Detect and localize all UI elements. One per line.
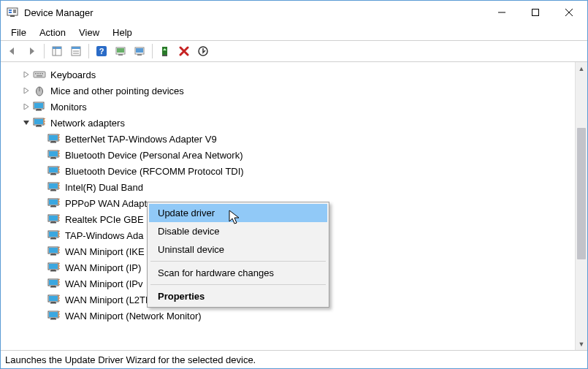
- menu-view[interactable]: View: [73, 26, 105, 39]
- uninstall-button[interactable]: [175, 42, 193, 60]
- svg-rect-20: [118, 54, 123, 56]
- svg-rect-85: [50, 303, 56, 304]
- category-network-adapters[interactable]: Network adapters: [8, 115, 587, 131]
- status-text: Launches the Update Driver Wizard for th…: [5, 354, 256, 365]
- svg-rect-49: [50, 158, 56, 159]
- maximize-button[interactable]: [519, 1, 552, 23]
- svg-rect-36: [37, 109, 41, 110]
- svg-rect-88: [51, 318, 56, 319]
- device-label: Intel(R) Dual Band: [65, 182, 143, 193]
- svg-rect-24: [162, 47, 167, 55]
- ctx-uninstall-device[interactable]: Uninstall device: [149, 240, 327, 259]
- svg-rect-31: [37, 75, 42, 77]
- category-label: Monitors: [50, 102, 87, 113]
- device-item[interactable]: Bluetooth Device (RFCOMM Protocol TDI): [8, 163, 587, 179]
- ctx-properties[interactable]: Properties: [149, 287, 327, 305]
- svg-rect-30: [42, 73, 43, 75]
- chevron-down-icon[interactable]: [21, 118, 31, 128]
- chevron-right-icon[interactable]: [21, 102, 31, 112]
- network-adapter-icon: [47, 148, 61, 161]
- svg-rect-68: [51, 237, 56, 238]
- scroll-thumb[interactable]: [577, 128, 586, 259]
- svg-rect-40: [37, 125, 41, 126]
- network-adapter-icon: [47, 229, 61, 242]
- minimize-button[interactable]: [485, 1, 519, 23]
- scan-hardware-button[interactable]: [112, 42, 129, 60]
- vertical-scrollbar[interactable]: ▲ ▼: [575, 62, 587, 350]
- svg-rect-47: [49, 151, 58, 156]
- show-hide-actions-button[interactable]: [67, 42, 85, 60]
- device-item[interactable]: WAN Miniport (Network Monitor): [8, 308, 587, 324]
- svg-rect-6: [532, 9, 539, 16]
- toolbar: ?: [1, 40, 587, 62]
- svg-rect-72: [51, 254, 56, 254]
- category-label: Keyboards: [50, 69, 96, 80]
- help-button[interactable]: ?: [93, 42, 110, 60]
- network-adapter-icon: [47, 245, 61, 258]
- ctx-update-driver[interactable]: Update driver: [149, 204, 327, 222]
- svg-rect-60: [51, 205, 56, 206]
- device-label: WAN Miniport (L2TP): [65, 294, 155, 305]
- svg-rect-28: [37, 73, 39, 75]
- svg-rect-80: [51, 286, 56, 286]
- svg-rect-73: [50, 254, 56, 256]
- svg-rect-76: [51, 270, 56, 270]
- svg-rect-87: [49, 312, 58, 317]
- titlebar: Device Manager: [1, 1, 587, 24]
- network-adapter-icon: [33, 116, 46, 129]
- svg-rect-27: [35, 73, 37, 75]
- svg-rect-69: [50, 238, 56, 240]
- ctx-disable-device[interactable]: Disable device: [149, 222, 327, 240]
- properties-button[interactable]: [131, 42, 148, 60]
- back-button[interactable]: [4, 42, 21, 60]
- ctx-scan-hardware[interactable]: Scan for hardware changes: [149, 264, 327, 282]
- category-mice[interactable]: Mice and other pointing devices: [8, 83, 587, 99]
- window-title: Device Manager: [24, 7, 485, 18]
- close-button[interactable]: [552, 1, 586, 23]
- svg-rect-10: [53, 47, 61, 49]
- network-adapter-icon: [47, 309, 61, 322]
- device-item[interactable]: Intel(R) Dual Band: [8, 179, 587, 195]
- svg-rect-81: [50, 286, 56, 288]
- svg-rect-37: [36, 110, 42, 111]
- app-icon: [7, 7, 18, 18]
- svg-rect-59: [49, 199, 58, 205]
- show-hide-tree-button[interactable]: [48, 42, 66, 60]
- svg-rect-3: [13, 9, 16, 13]
- svg-rect-61: [50, 206, 56, 208]
- device-item[interactable]: Bluetooth Device (Personal Area Network): [8, 147, 587, 163]
- toolbar-separator: [44, 44, 45, 58]
- menu-action[interactable]: Action: [34, 26, 72, 39]
- svg-text:?: ?: [99, 47, 104, 56]
- svg-rect-48: [51, 157, 56, 158]
- menu-file[interactable]: File: [5, 26, 32, 39]
- device-label: WAN Miniport (Network Monitor): [65, 311, 202, 322]
- svg-rect-4: [10, 15, 15, 17]
- svg-rect-43: [49, 135, 58, 140]
- scroll-down-icon[interactable]: ▼: [576, 338, 587, 350]
- svg-rect-45: [50, 142, 56, 143]
- network-adapter-icon: [47, 293, 61, 306]
- svg-rect-89: [50, 319, 56, 320]
- scroll-up-icon[interactable]: ▲: [576, 62, 587, 75]
- forward-button[interactable]: [23, 42, 40, 60]
- device-label: Bluetooth Device (Personal Area Network): [65, 150, 243, 161]
- chevron-right-icon[interactable]: [21, 69, 31, 80]
- category-monitors[interactable]: Monitors: [8, 99, 587, 115]
- network-adapter-icon: [47, 164, 61, 178]
- category-keyboards[interactable]: Keyboards: [8, 66, 587, 83]
- svg-rect-63: [49, 216, 58, 221]
- context-menu-separator: [150, 284, 326, 285]
- svg-rect-53: [50, 174, 56, 175]
- menu-help[interactable]: Help: [107, 26, 138, 39]
- svg-rect-84: [51, 302, 56, 303]
- device-item[interactable]: BetterNet TAP-Windows Adapter V9: [8, 131, 587, 147]
- chevron-right-icon[interactable]: [21, 85, 31, 96]
- svg-rect-39: [34, 119, 43, 124]
- svg-rect-13: [72, 47, 80, 49]
- monitor-icon: [33, 100, 46, 113]
- update-driver-button[interactable]: [156, 42, 174, 60]
- keyboard-icon: [33, 68, 46, 81]
- svg-rect-79: [49, 280, 58, 285]
- disable-button[interactable]: [194, 42, 212, 60]
